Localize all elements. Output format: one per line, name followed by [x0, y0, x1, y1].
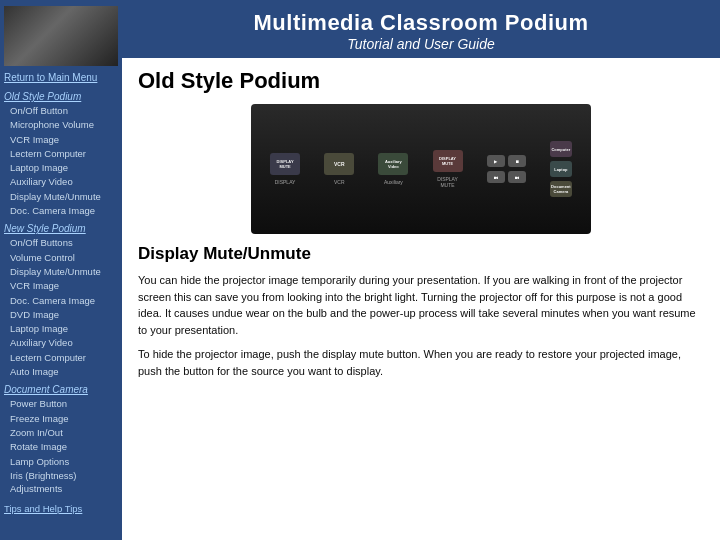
sidebar-item-display-mute[interactable]: Display Mute/Unmute: [4, 190, 118, 203]
sidebar-item-new-vcr[interactable]: VCR Image: [4, 279, 118, 292]
pod-aux-group: AuxiliaryVideo Auxiliary: [378, 153, 408, 185]
pod-ctrl-1: ▶: [487, 155, 505, 167]
pod-mute-group: DISPLAYMUTE DISPLAYMUTE: [433, 150, 463, 188]
pod-vcr-btn: VCR: [324, 153, 354, 175]
pod-mute-btn: DISPLAYMUTE: [433, 150, 463, 172]
sidebar-item-doc-camera[interactable]: Doc. Camera Image: [4, 204, 118, 217]
page-subtitle: Tutorial and User Guide: [122, 36, 720, 52]
pod-vcr-group: VCR VCR: [324, 153, 354, 185]
sidebar-item-iris[interactable]: Iris (Brightness) Adjustments: [4, 469, 118, 496]
pod-right-group: ▶ ⏹ ⏮ ⏭: [487, 155, 526, 183]
pod-display-group: DISPLAYMUTE DISPLAY: [270, 153, 300, 185]
pod-aux-btn: AuxiliaryVideo: [378, 153, 408, 175]
pod-vcr-label: VCR: [334, 179, 345, 185]
content-body: You can hide the projector image tempora…: [138, 272, 704, 379]
sidebar-item-new-doc[interactable]: Doc. Camera Image: [4, 294, 118, 307]
sidebar-item-new-lectern[interactable]: Lectern Computer: [4, 351, 118, 364]
content-area: Old Style Podium DISPLAYMUTE DISPLAY VCR…: [122, 58, 720, 540]
sidebar-thumbnail: [4, 6, 118, 66]
sidebar-item-rotate[interactable]: Rotate Image: [4, 440, 118, 453]
sidebar-item-freeze[interactable]: Freeze Image: [4, 412, 118, 425]
sidebar: Return to Main Menu Old Style Podium On/…: [0, 0, 122, 540]
page-title: Multimedia Classroom Podium: [122, 10, 720, 36]
sidebar-item-zoom[interactable]: Zoom In/Out: [4, 426, 118, 439]
pod-mute-label: DISPLAYMUTE: [437, 176, 458, 188]
sidebar-item-laptop[interactable]: Laptop Image: [4, 161, 118, 174]
pod-computer-btn: Computer: [550, 141, 572, 157]
sidebar-item-aux[interactable]: Auxiliary Video: [4, 175, 118, 188]
pod-ctrl-3: ⏮: [487, 171, 505, 183]
paragraph-1: You can hide the projector image tempora…: [138, 272, 704, 338]
return-to-main-link[interactable]: Return to Main Menu: [4, 72, 118, 83]
paragraph-2: To hide the projector image, push the di…: [138, 346, 704, 379]
sidebar-item-mic-vol[interactable]: Microphone Volume: [4, 118, 118, 131]
main-content: Multimedia Classroom Podium Tutorial and…: [122, 0, 720, 540]
sidebar-item-new-aux[interactable]: Auxiliary Video: [4, 336, 118, 349]
podium-image: DISPLAYMUTE DISPLAY VCR VCR AuxiliaryVid…: [251, 104, 591, 234]
tips-and-help-link[interactable]: Tips and Help Tips: [4, 503, 118, 514]
pod-camera-btn: DocumentCamera: [550, 181, 572, 197]
page-header: Multimedia Classroom Podium Tutorial and…: [122, 0, 720, 58]
sidebar-section-new-podium[interactable]: New Style Podium: [4, 223, 118, 234]
content-heading: Old Style Podium: [138, 68, 704, 94]
pod-display-label: DISPLAY: [275, 179, 296, 185]
pod-right-row2: ⏮ ⏭: [487, 171, 526, 183]
section-subtitle: Display Mute/Unmute: [138, 244, 704, 264]
sidebar-item-new-onoff[interactable]: On/Off Buttons: [4, 236, 118, 249]
sidebar-section-doc-camera[interactable]: Document Camera: [4, 384, 118, 395]
sidebar-item-lectern[interactable]: Lectern Computer: [4, 147, 118, 160]
podium-panel: DISPLAYMUTE DISPLAY VCR VCR AuxiliaryVid…: [251, 104, 591, 234]
pod-ctrl-4: ⏭: [508, 171, 526, 183]
podium-image-area: DISPLAYMUTE DISPLAY VCR VCR AuxiliaryVid…: [138, 104, 704, 234]
pod-aux-label: Auxiliary: [384, 179, 403, 185]
pod-clc-group: Computer Laptop DocumentCamera: [550, 141, 572, 197]
pod-display-btn: DISPLAYMUTE: [270, 153, 300, 175]
sidebar-item-power[interactable]: Power Button: [4, 397, 118, 410]
pod-right-row: ▶ ⏹: [487, 155, 526, 167]
sidebar-item-vcr[interactable]: VCR Image: [4, 133, 118, 146]
sidebar-item-new-display[interactable]: Display Mute/Unmute: [4, 265, 118, 278]
sidebar-item-onoff[interactable]: On/Off Button: [4, 104, 118, 117]
sidebar-section-old-podium[interactable]: Old Style Podium: [4, 91, 118, 102]
sidebar-item-vol-ctrl[interactable]: Volume Control: [4, 251, 118, 264]
pod-laptop-btn: Laptop: [550, 161, 572, 177]
sidebar-item-new-laptop[interactable]: Laptop Image: [4, 322, 118, 335]
sidebar-item-lamp[interactable]: Lamp Options: [4, 455, 118, 468]
pod-ctrl-2: ⏹: [508, 155, 526, 167]
sidebar-item-auto[interactable]: Auto Image: [4, 365, 118, 378]
sidebar-item-dvd[interactable]: DVD Image: [4, 308, 118, 321]
